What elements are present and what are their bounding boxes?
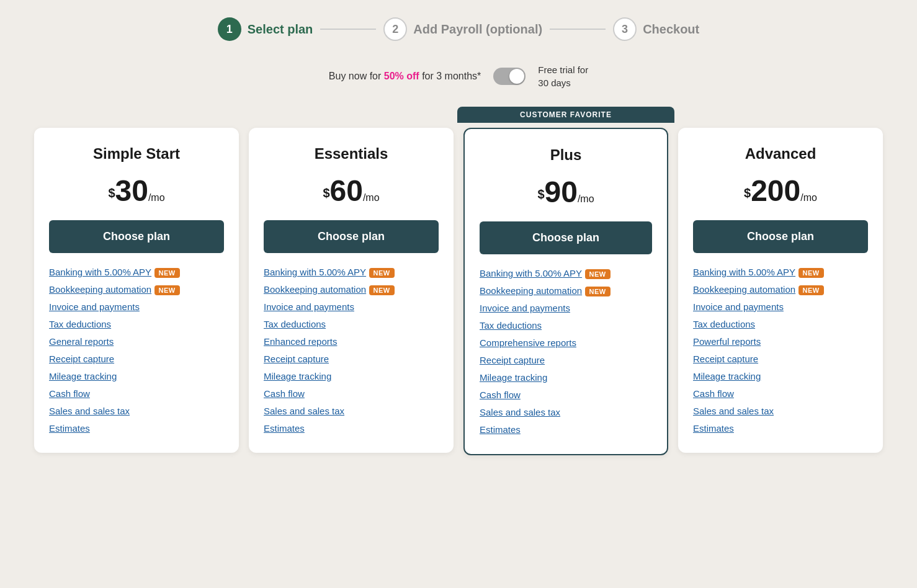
list-item: Estimates xyxy=(693,423,868,434)
step-2-circle: 2 xyxy=(383,17,407,41)
list-item: Tax deductions xyxy=(480,320,652,331)
list-item: Receipt capture xyxy=(264,354,439,365)
step-2-label: Add Payroll (optional) xyxy=(413,22,542,37)
plan-plus: Plus $90/mo Choose plan Banking with 5.0… xyxy=(463,128,668,455)
list-item: Banking with 5.00% APY NEW xyxy=(49,267,224,278)
choose-plan-advanced[interactable]: Choose plan xyxy=(693,220,868,253)
list-item: Mileage tracking xyxy=(480,372,652,383)
list-item: Estimates xyxy=(49,423,224,434)
step-3: 3 Checkout xyxy=(613,17,699,41)
feature-list-simple-start: Banking with 5.00% APY NEW Bookkeeping a… xyxy=(49,267,224,434)
feature-list-plus: Banking with 5.00% APY NEW Bookkeeping a… xyxy=(480,268,652,435)
list-item: Estimates xyxy=(480,424,652,435)
list-item: Receipt capture xyxy=(693,354,868,365)
list-item: Mileage tracking xyxy=(693,371,868,382)
list-item: Sales and sales tax xyxy=(49,406,224,417)
list-item: Cash flow xyxy=(480,390,652,401)
list-item: Enhanced reports xyxy=(264,336,439,347)
list-item: Cash flow xyxy=(49,388,224,399)
list-item: Tax deductions xyxy=(49,319,224,330)
free-trial-text: Free trial for 30 days xyxy=(538,63,588,89)
list-item: Cash flow xyxy=(264,388,439,399)
feature-list-advanced: Banking with 5.00% APY NEW Bookkeeping a… xyxy=(693,267,868,434)
plan-essentials-wrapper: Essentials $60/mo Choose plan Banking wi… xyxy=(244,128,458,453)
toggle-knob xyxy=(509,69,524,84)
plans-container: Simple Start $30/mo Choose plan Banking … xyxy=(0,107,917,455)
plan-simple-start: Simple Start $30/mo Choose plan Banking … xyxy=(34,128,239,453)
list-item: Banking with 5.00% APY NEW xyxy=(264,267,439,278)
list-item: Mileage tracking xyxy=(264,371,439,382)
plan-simple-start-wrapper: Simple Start $30/mo Choose plan Banking … xyxy=(29,128,244,453)
list-item: Receipt capture xyxy=(49,354,224,365)
list-item: Invoice and payments xyxy=(49,301,224,313)
choose-plan-simple-start[interactable]: Choose plan xyxy=(49,220,224,253)
list-item: Bookkeeping automation NEW xyxy=(693,284,868,295)
choose-plan-essentials[interactable]: Choose plan xyxy=(264,220,439,253)
list-item: Tax deductions xyxy=(693,319,868,330)
plan-plus-price: $90/mo xyxy=(480,175,652,209)
plan-advanced-name: Advanced xyxy=(693,145,868,163)
plan-essentials: Essentials $60/mo Choose plan Banking wi… xyxy=(249,128,454,453)
list-item: Bookkeeping automation NEW xyxy=(480,285,652,296)
list-item: Tax deductions xyxy=(264,319,439,330)
step-connector-2 xyxy=(550,29,606,30)
step-2: 2 Add Payroll (optional) xyxy=(383,17,542,41)
step-1: 1 Select plan xyxy=(218,17,313,41)
plan-essentials-name: Essentials xyxy=(264,145,439,163)
featured-badge: CUSTOMER FAVORITE xyxy=(457,107,674,123)
list-item: Invoice and payments xyxy=(693,301,868,313)
list-item: Comprehensive reports xyxy=(480,337,652,349)
discount-highlight: 50% off xyxy=(384,71,419,81)
list-item: Banking with 5.00% APY NEW xyxy=(480,268,652,279)
list-item: Sales and sales tax xyxy=(693,406,868,417)
plan-plus-wrapper: CUSTOMER FAVORITE Plus $90/mo Choose pla… xyxy=(458,128,673,455)
list-item: Receipt capture xyxy=(480,355,652,366)
plan-simple-start-name: Simple Start xyxy=(49,145,224,163)
step-1-circle: 1 xyxy=(218,17,241,41)
plan-advanced-price: $200/mo xyxy=(693,174,868,208)
plan-simple-start-price: $30/mo xyxy=(49,174,224,208)
step-3-circle: 3 xyxy=(613,17,637,41)
step-connector-1 xyxy=(320,29,376,30)
plan-advanced-wrapper: Advanced $200/mo Choose plan Banking wit… xyxy=(673,128,888,453)
list-item: Banking with 5.00% APY NEW xyxy=(693,267,868,278)
step-1-label: Select plan xyxy=(248,22,313,37)
plan-essentials-price: $60/mo xyxy=(264,174,439,208)
list-item: Invoice and payments xyxy=(264,301,439,313)
plan-plus-name: Plus xyxy=(480,146,652,164)
plan-advanced: Advanced $200/mo Choose plan Banking wit… xyxy=(678,128,883,453)
list-item: Sales and sales tax xyxy=(480,407,652,418)
list-item: Mileage tracking xyxy=(49,371,224,382)
list-item: Bookkeeping automation NEW xyxy=(49,284,224,295)
list-item: Estimates xyxy=(264,423,439,434)
list-item: Invoice and payments xyxy=(480,303,652,314)
offer-row: Buy now for 50% off for 3 months* Free t… xyxy=(0,63,917,89)
free-trial-toggle[interactable] xyxy=(493,68,526,85)
list-item: Cash flow xyxy=(693,388,868,399)
step-3-label: Checkout xyxy=(643,22,699,37)
stepper: 1 Select plan 2 Add Payroll (optional) 3… xyxy=(0,0,917,53)
feature-list-essentials: Banking with 5.00% APY NEW Bookkeeping a… xyxy=(264,267,439,434)
choose-plan-plus[interactable]: Choose plan xyxy=(480,221,652,254)
offer-text: Buy now for 50% off for 3 months* xyxy=(329,71,481,82)
list-item: Powerful reports xyxy=(693,336,868,347)
list-item: Bookkeeping automation NEW xyxy=(264,284,439,295)
list-item: Sales and sales tax xyxy=(264,406,439,417)
list-item: General reports xyxy=(49,336,224,347)
